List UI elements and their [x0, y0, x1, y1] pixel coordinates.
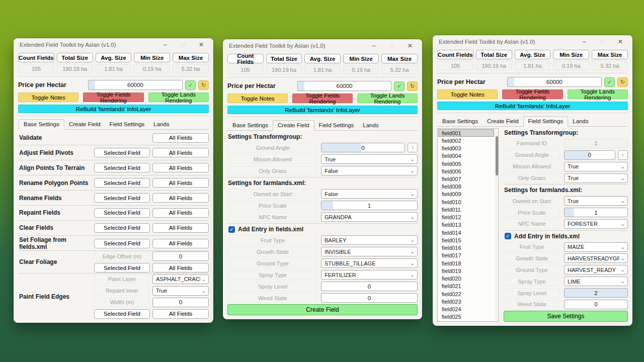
- dropdown[interactable]: STUBBLE_TILLAGE⌄: [321, 258, 418, 268]
- tab-base-settings[interactable]: Base Settings: [19, 119, 64, 130]
- total-size-button[interactable]: Total Size: [266, 54, 302, 63]
- list-item[interactable]: field001: [438, 129, 494, 137]
- tab-field-settings[interactable]: Field Settings: [314, 121, 359, 130]
- dropdown[interactable]: HARVEST_READY⌄: [564, 265, 628, 275]
- tab-base-settings[interactable]: Base Settings: [438, 117, 482, 126]
- all-fields-button[interactable]: All Fields: [152, 163, 209, 172]
- value-input[interactable]: 2: [564, 288, 628, 298]
- dropdown[interactable]: BARLEY⌄: [321, 235, 418, 245]
- toggle-notes-button[interactable]: Toggle Notes: [18, 93, 78, 102]
- price-per-hectar-input[interactable]: 60000: [507, 77, 602, 87]
- selected-field-button[interactable]: Selected Field: [94, 193, 150, 203]
- list-item[interactable]: field005: [438, 160, 494, 167]
- dropdown[interactable]: True⌄: [564, 162, 628, 171]
- tab-create-field[interactable]: Create Field: [273, 120, 314, 131]
- create-field-button[interactable]: Create Field: [227, 304, 418, 315]
- minimize-icon[interactable]: –: [156, 39, 174, 51]
- save-settings-button[interactable]: Save Settings: [504, 311, 628, 322]
- value-input[interactable]: 0: [321, 143, 405, 152]
- list-item[interactable]: field020: [438, 275, 494, 282]
- dropdown[interactable]: LIME⌄: [564, 277, 628, 286]
- close-icon[interactable]: ✕: [401, 40, 419, 52]
- all-fields-button[interactable]: All Fields: [152, 148, 209, 157]
- list-item[interactable]: field010: [438, 198, 494, 206]
- list-item[interactable]: field021: [438, 283, 494, 290]
- toggle-fields-rendering-button[interactable]: Toggle Fields Rendering: [502, 89, 562, 99]
- dropdown[interactable]: MAIZE⌄: [564, 242, 628, 252]
- count-fields-button[interactable]: Count Fields: [437, 50, 473, 59]
- list-item[interactable]: field019: [438, 267, 494, 275]
- price-per-hectar-input[interactable]: 60000: [88, 80, 183, 90]
- all-fields-button[interactable]: All Fields: [152, 223, 209, 233]
- tab-lands[interactable]: Lands: [358, 121, 383, 130]
- total-size-button[interactable]: Total Size: [476, 50, 512, 59]
- tab-create-field[interactable]: Create Field: [64, 120, 105, 129]
- toggle-notes-button[interactable]: Toggle Notes: [437, 89, 498, 99]
- list-item[interactable]: field013: [438, 221, 494, 229]
- toggle-lands-rendering-button[interactable]: Toggle Lands Rendering: [357, 94, 418, 103]
- list-item[interactable]: field003: [438, 144, 494, 152]
- dropdown[interactable]: True⌄: [564, 196, 628, 206]
- list-item[interactable]: field025: [438, 313, 494, 321]
- tab-field-settings[interactable]: Field Settings: [523, 116, 569, 127]
- list-item[interactable]: field011: [438, 206, 494, 213]
- value-input[interactable]: 0: [564, 300, 628, 309]
- rebuild-farmlands-infolayer-button[interactable]: ReBuild 'farmlands' InfoLayer: [18, 105, 209, 113]
- value-input[interactable]: 0: [321, 293, 418, 303]
- add-entry-checkbox[interactable]: ✓: [228, 226, 235, 233]
- close-icon[interactable]: ✕: [192, 39, 210, 51]
- selected-field-button[interactable]: Selected Field: [94, 263, 150, 273]
- dropdown[interactable]: GRANDPA⌄: [321, 212, 418, 222]
- selected-field-button[interactable]: Selected Field: [94, 148, 150, 157]
- selected-field-button[interactable]: Selected Field: [94, 178, 150, 188]
- avg-size-button[interactable]: Avg. Size: [304, 54, 341, 63]
- all-fields-button[interactable]: All Fields: [152, 309, 209, 319]
- confirm-price-button[interactable]: ✓: [604, 77, 615, 87]
- rebuild-farmlands-infolayer-button[interactable]: ReBuild 'farmlands' InfoLayer: [437, 102, 628, 110]
- tab-create-field[interactable]: Create Field: [482, 117, 523, 126]
- total-size-button[interactable]: Total Size: [57, 53, 93, 62]
- add-entry-checkbox[interactable]: ✓: [505, 233, 511, 239]
- max-size-button[interactable]: Max Size: [173, 53, 209, 62]
- all-fields-button[interactable]: All Fields: [152, 178, 209, 188]
- reset-price-button[interactable]: ↻: [407, 81, 418, 91]
- selected-field-button[interactable]: Selected Field: [94, 223, 150, 233]
- value-input[interactable]: 0: [564, 150, 615, 160]
- value-input[interactable]: 1: [321, 201, 418, 210]
- toggle-lands-rendering-button[interactable]: Toggle Lands Rendering: [568, 89, 628, 99]
- tab-base-settings[interactable]: Base Settings: [228, 121, 273, 130]
- list-item[interactable]: field004: [438, 152, 494, 160]
- list-item[interactable]: field022: [438, 290, 494, 298]
- confirm-price-button[interactable]: ✓: [394, 81, 405, 91]
- value-input[interactable]: 1: [564, 208, 628, 217]
- dropdown[interactable]: False⌄: [321, 166, 418, 175]
- minimize-icon[interactable]: –: [575, 36, 593, 48]
- rebuild-farmlands-infolayer-button[interactable]: ReBuild 'farmlands' InfoLayer: [227, 106, 418, 114]
- dropdown[interactable]: ASPHALT_CRACKS⌄: [152, 275, 209, 284]
- dropdown[interactable]: FORESTER⌄: [564, 219, 628, 229]
- selected-field-button[interactable]: Selected Field: [94, 163, 150, 172]
- min-size-button[interactable]: Min Size: [343, 54, 379, 63]
- count-fields-button[interactable]: Count Fields: [18, 53, 54, 62]
- increment-button[interactable]: ↑: [408, 143, 418, 152]
- list-item[interactable]: field006: [438, 167, 494, 175]
- avg-size-button[interactable]: Avg. Size: [96, 53, 132, 62]
- titlebar[interactable]: Extended Field Toolkit by Aslan (v1.0) –…: [14, 38, 213, 51]
- avg-size-button[interactable]: Avg. Size: [515, 50, 551, 59]
- dropdown[interactable]: False⌄: [321, 189, 418, 199]
- increment-button[interactable]: ↑: [618, 150, 628, 160]
- dropdown[interactable]: True⌄: [321, 154, 418, 164]
- value-input[interactable]: 0: [152, 298, 209, 307]
- titlebar[interactable]: Extended Field Toolkit by Aslan (v1.0) –…: [223, 39, 422, 52]
- all-fields-button[interactable]: All Fields: [152, 239, 209, 248]
- price-per-hectar-input[interactable]: 60000: [297, 81, 391, 91]
- scrollbar-thumb[interactable]: [496, 136, 498, 175]
- dropdown[interactable]: HARVESTREADYGREEN⌄: [564, 253, 628, 263]
- list-item[interactable]: field023: [438, 298, 494, 305]
- max-size-button[interactable]: Max Size: [381, 54, 418, 63]
- list-item[interactable]: field018: [438, 259, 494, 267]
- list-item[interactable]: field014: [438, 229, 494, 236]
- list-item[interactable]: field007: [438, 175, 494, 183]
- dropdown[interactable]: True⌄: [152, 286, 209, 296]
- all-fields-button[interactable]: All Fields: [152, 263, 209, 273]
